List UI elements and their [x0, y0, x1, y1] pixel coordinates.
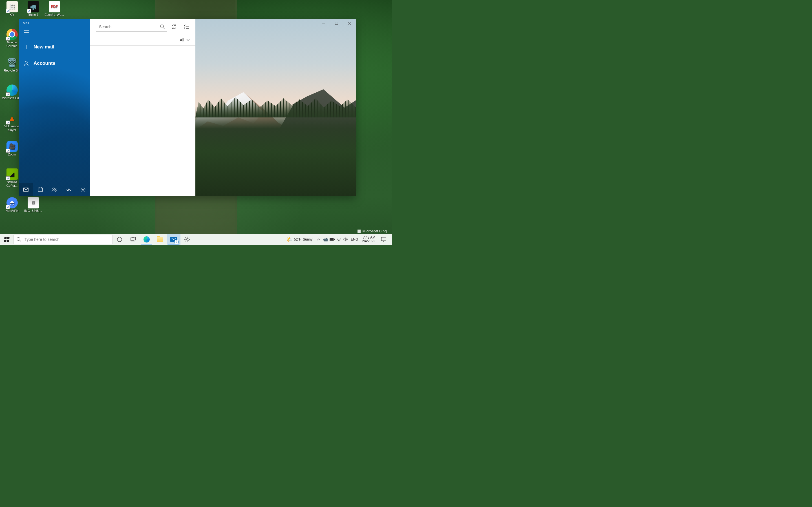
svg-point-12	[186, 238, 188, 240]
svg-point-16	[339, 241, 339, 241]
shortcut-overlay-icon: ↗	[6, 93, 10, 96]
svg-rect-17	[382, 237, 386, 241]
tray-language[interactable]: ENG	[349, 237, 360, 241]
search-field-wrap[interactable]	[96, 22, 167, 32]
taskbar-weather[interactable]: 🌤️ 52°F Sunny	[283, 236, 315, 242]
footer-todo-button[interactable]	[62, 183, 76, 196]
search-input[interactable]	[98, 24, 160, 29]
plus-icon	[24, 45, 29, 49]
taskbar-app-settings[interactable]	[181, 234, 194, 245]
mail-reading-pane	[195, 19, 356, 196]
taskbar-search[interactable]	[13, 235, 113, 244]
mail-app-title: Mail	[19, 19, 90, 27]
mail-sidebar-footer	[19, 183, 90, 196]
desktop-icon-label: Econ41_We...	[45, 13, 64, 17]
folder-icon	[157, 237, 163, 242]
desktop-icon-label: Rhino 7	[28, 13, 39, 17]
svg-point-8	[17, 237, 20, 240]
wallpaper-credit: Microsoft Bing	[357, 229, 387, 233]
taskbar-search-input[interactable]	[24, 237, 110, 242]
svg-rect-2	[38, 188, 42, 191]
desktop-icon-rhino7[interactable]: 🦏↗ Rhino 7	[22, 1, 44, 17]
footer-mail-button[interactable]	[19, 183, 33, 196]
desktop-icon-img5245[interactable]: 🖼 IMG_5245[...	[22, 197, 44, 213]
svg-rect-7	[335, 22, 338, 24]
window-controls	[317, 19, 356, 27]
footer-settings-button[interactable]	[76, 183, 90, 196]
svg-point-9	[117, 237, 122, 242]
desktop-icon-label: Recycle Bin	[4, 69, 20, 72]
minimize-icon	[322, 22, 325, 25]
tray-wifi-icon[interactable]	[336, 238, 342, 241]
todo-icon	[66, 187, 71, 191]
person-icon	[24, 61, 29, 66]
people-icon	[52, 187, 57, 192]
filter-dropdown[interactable]: All	[90, 35, 195, 46]
shortcut-overlay-icon: ↗	[6, 9, 10, 13]
close-icon	[348, 22, 351, 25]
desktop-icon-label: Zoom	[8, 153, 16, 156]
mail-icon	[23, 187, 29, 191]
chevron-down-icon	[186, 39, 190, 41]
maximize-icon	[335, 22, 338, 25]
shortcut-overlay-icon: ↗	[6, 149, 10, 153]
volume-icon	[343, 237, 348, 241]
mail-sidebar: Mail New mail Accounts	[19, 19, 90, 196]
sync-icon	[171, 24, 176, 29]
svg-rect-15	[330, 238, 333, 240]
start-button[interactable]	[0, 234, 13, 245]
taskbar: 2 🌤️ 52°F Sunny 📹	[0, 234, 392, 245]
svg-point-4	[55, 188, 56, 189]
desktop-icon-kfir[interactable]: 🖼↗ Kfir	[1, 1, 22, 17]
taskbar-taskview-button[interactable]	[126, 234, 140, 245]
close-button[interactable]	[343, 19, 356, 27]
select-mode-button[interactable]	[181, 21, 192, 33]
svg-point-5	[82, 189, 84, 190]
taskbar-clock[interactable]: 7:48 AM 2/4/2022	[360, 236, 377, 243]
svg-point-0	[25, 61, 28, 63]
footer-people-button[interactable]	[47, 183, 62, 196]
wifi-icon	[337, 238, 341, 241]
battery-icon	[329, 238, 335, 241]
accounts-label: Accounts	[34, 61, 55, 66]
taskbar-app-file-explorer[interactable]	[153, 234, 167, 245]
taskbar-cortana-button[interactable]	[113, 234, 126, 245]
taskbar-date: 2/4/2022	[362, 239, 375, 243]
desktop-icon-label: NordVPN	[5, 209, 18, 213]
edge-icon	[144, 236, 150, 242]
gear-icon	[185, 237, 190, 242]
minimize-button[interactable]	[317, 19, 330, 27]
hamburger-menu-button[interactable]	[19, 27, 90, 38]
taskbar-action-center[interactable]	[377, 237, 390, 242]
select-list-icon	[184, 24, 189, 29]
tray-meetnow-icon[interactable]: 📹	[322, 237, 329, 242]
calendar-icon	[38, 187, 43, 192]
cortana-icon	[117, 237, 122, 242]
taskbar-app-edge[interactable]	[140, 234, 153, 245]
windows-logo-icon	[4, 237, 10, 242]
desktop-icon-nordvpn[interactable]: ◓↗ NordVPN	[1, 197, 22, 213]
chevron-up-icon	[317, 238, 320, 240]
search-icon	[160, 24, 165, 29]
maximize-button[interactable]	[330, 19, 343, 27]
shortcut-overlay-icon: ↗	[6, 121, 10, 124]
weather-temp: 52°F	[294, 237, 301, 241]
accounts-button[interactable]: Accounts	[19, 56, 90, 71]
weather-desc: Sunny	[303, 237, 312, 241]
hamburger-icon	[24, 31, 29, 34]
tray-overflow-button[interactable]	[315, 238, 322, 240]
taskbar-app-mail[interactable]: 2	[167, 234, 181, 245]
sync-button[interactable]	[168, 21, 180, 33]
microsoft-logo-icon	[357, 230, 361, 233]
wallpaper-credit-text: Microsoft Bing	[362, 229, 387, 233]
weather-icon: 🌤️	[286, 236, 292, 242]
desktop-icon-label: Kfir	[10, 13, 14, 17]
shortcut-overlay-icon: ↗	[6, 37, 10, 41]
new-mail-button[interactable]: New mail	[19, 40, 90, 54]
tray-volume-icon[interactable]	[342, 237, 349, 241]
desktop-icon-label: IMG_5245[...	[24, 209, 42, 213]
tray-battery-icon[interactable]	[329, 238, 336, 241]
footer-calendar-button[interactable]	[33, 183, 48, 196]
filter-label: All	[180, 38, 184, 42]
desktop-icon-econ41[interactable]: PDF Econ41_We...	[44, 1, 65, 17]
